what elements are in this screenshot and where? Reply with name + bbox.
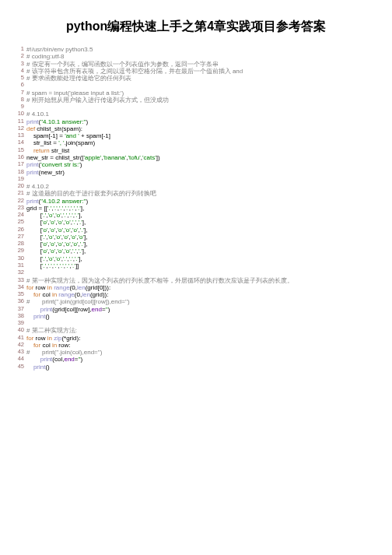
code-token: (grid)): [90, 291, 109, 298]
line-content: print("4.10.2 answer:") [26, 198, 376, 205]
code-token: ], [79, 255, 82, 262]
code-line: 40# 第二种实现方法: [16, 327, 376, 334]
document-page: python编程快速上手之第4章实践项目参考答案 1#!/usr/bin/env… [0, 0, 392, 371]
code-token: (grid[ [86, 284, 100, 291]
code-line: 38 print() [16, 313, 376, 320]
code-token: "4.10.2 answer:" [40, 198, 86, 205]
code-line: 14 str_list = ', '.join(spam) [16, 139, 376, 146]
code-token: ], [84, 227, 87, 234]
line-content: print(col,end='') [26, 356, 376, 363]
code-token: (col, [52, 356, 64, 363]
code-token: 'o' [58, 227, 64, 234]
page-title: python编程快速上手之第4章实践项目参考答案 [16, 19, 376, 35]
code-token: [ [26, 227, 42, 234]
code-token: 'o' [42, 241, 48, 248]
code-token: print [40, 306, 53, 313]
code-line: 10# 4.10.1 [16, 111, 376, 118]
code-token: 'o' [58, 219, 64, 226]
code-token: chlist_str(spam): [37, 125, 82, 132]
line-content: ['.','o','o','o','o','o'], [26, 234, 376, 241]
code-token: def [26, 125, 37, 132]
code-block: 1#!/usr/bin/env python3.52# coding:utf-8… [16, 46, 376, 371]
code-line: 11print("4.10.1 answer:") [16, 118, 376, 125]
line-content: ['o','o','o','o','.','.'], [26, 219, 376, 226]
code-token: ', ' [58, 139, 65, 146]
code-line: 36# print(''.join(grid[col][row]),end=''… [16, 298, 376, 305]
code-token: print [33, 313, 46, 320]
code-token: ], [84, 241, 87, 248]
code-token [26, 306, 40, 313]
line-content: ['.','.','.','.','.','.']] [26, 262, 376, 269]
code-line: 4# 该字符串包含所有表项，之间以逗号和空格分隔，并在最后一个值前插入 and [16, 68, 376, 75]
code-line: 43# print(''.join(col),end='') [16, 349, 376, 356]
code-token: print [26, 118, 39, 125]
code-line: 23grid = [['.','.','.','.','.','.'], [16, 205, 376, 212]
code-token: ], [82, 219, 86, 226]
line-content: for col in range(0,len(grid)): [26, 291, 376, 298]
code-token [26, 291, 33, 298]
code-line: 25 ['o','o','o','o','.','.'], [16, 219, 376, 226]
line-content: print() [26, 313, 376, 320]
line-content: # 4.10.2 [26, 183, 376, 190]
code-line: 28 ['o','o','o','o','o','.'], [16, 241, 376, 248]
code-token: # 这道题的目的在于进行嵌套列表的行列转换吧 [26, 190, 156, 197]
code-token: range [54, 284, 69, 291]
line-content: ['.','o','o','.','.','.'], [26, 255, 376, 262]
code-token: # 第二种实现方法: [26, 327, 77, 334]
code-token: print [26, 169, 39, 176]
line-content: ['o','o','o','o','.','.'], [26, 248, 376, 255]
code-line: 29 ['o','o','o','o','.','.'], [16, 248, 376, 255]
line-content: for row in range(0,len(grid[0])): [26, 284, 376, 291]
line-content: new_str = chlist_str(['apple','banana','… [26, 154, 376, 161]
line-content: print(grid[col][row],end='') [26, 306, 376, 313]
line-content: return str_list [26, 147, 376, 154]
line-content: for row in zip(*grid): [26, 335, 376, 342]
line-content: # spam = input('please input a list:') [26, 90, 376, 97]
code-token: ) [81, 356, 83, 363]
code-token: # spam = input('please input a list:') [26, 90, 124, 97]
code-token: return [33, 147, 51, 154]
line-content [26, 176, 376, 183]
code-token: 'o' [65, 219, 71, 226]
code-token: 'o' [65, 248, 71, 255]
code-line: 30 ['.','o','o','.','.','.'], [16, 255, 376, 262]
line-content: # 第二种实现方法: [26, 327, 376, 334]
code-token: for [33, 342, 43, 349]
code-token: 'o' [63, 234, 69, 241]
code-token: 'o' [65, 227, 71, 234]
line-content: str_list = ', '.join(spam) [26, 139, 376, 146]
code-token: "4.10.1 answer:" [40, 118, 86, 125]
line-content: print(new_str) [26, 169, 376, 176]
code-token: 'o' [65, 241, 71, 248]
code-line: 22print("4.10.2 answer:") [16, 198, 376, 205]
code-token: 'o' [48, 212, 54, 219]
code-token: 'o' [79, 234, 85, 241]
code-token: ]) [156, 154, 160, 161]
code-token: ], [84, 234, 87, 241]
code-token: ] [109, 132, 110, 139]
code-line: 7# spam = input('please input a list:') [16, 90, 376, 97]
code-token: # 4.10.1 [26, 111, 49, 118]
code-token: 'tofu' [128, 154, 140, 161]
line-content [26, 269, 376, 276]
code-token: 'o' [42, 227, 48, 234]
code-line: 44 print(col,end='') [16, 356, 376, 363]
line-content: def chlist_str(spam): [26, 125, 376, 132]
code-token: ], [81, 205, 84, 212]
code-token: print [26, 161, 39, 168]
code-token: 'o' [48, 255, 54, 262]
line-content: spam[-1] = 'and ' + spam[-1] [26, 132, 376, 139]
code-token [26, 356, 40, 363]
code-token: [ [26, 248, 42, 255]
code-token: 'banana' [103, 154, 126, 161]
code-line: 26 ['o','o','o','o','o','.'], [16, 227, 376, 234]
code-line: 32 [16, 269, 376, 276]
line-content: print('convert str is:') [26, 161, 376, 168]
code-line: 19 [16, 176, 376, 183]
code-token: row: [58, 342, 70, 349]
line-content: # 4.10.1 [26, 111, 376, 118]
code-token: 'and ' [65, 132, 79, 139]
line-content: ['.','o','o','.','.','.'], [26, 212, 376, 219]
code-token: ], [82, 248, 86, 255]
line-content [26, 320, 376, 327]
